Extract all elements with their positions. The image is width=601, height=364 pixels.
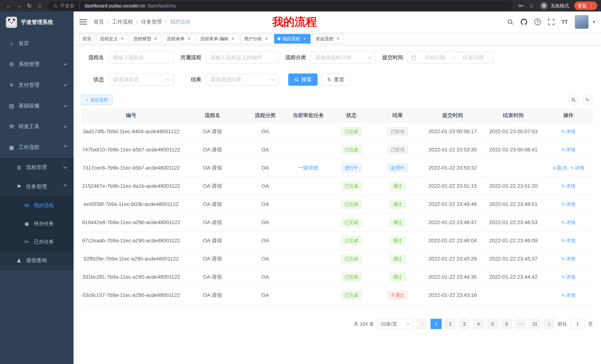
detail-link[interactable]: ✎详情	[561, 147, 576, 153]
cell-submit-time: 2022-01-22 23:51:15	[422, 177, 483, 195]
breadcrumb-item[interactable]: 任务管理	[141, 18, 162, 25]
page-size-select[interactable]: 10条/页	[377, 319, 413, 329]
sidebar-item-my-process[interactable]: ✉我的流程	[0, 196, 74, 214]
hamburger-icon[interactable]	[80, 19, 87, 25]
sidebar-item-done-tasks[interactable]: ✂已办任务	[0, 233, 74, 251]
result-select[interactable]: 请选择流结果	[206, 74, 279, 86]
search-button[interactable]: 搜索	[288, 74, 318, 86]
tab-item[interactable]: 流程表单×	[163, 34, 195, 44]
cell-status: 已完成	[330, 141, 373, 159]
logo[interactable]: 芋道管理系统	[0, 11, 74, 33]
cancel-link[interactable]: ⊘取消	[552, 165, 567, 171]
detail-link[interactable]: ✎详情	[570, 165, 584, 171]
tasks-icon: ⚑	[15, 183, 23, 190]
reload-button[interactable]: ↻	[25, 1, 34, 10]
close-icon[interactable]: ×	[153, 36, 158, 41]
sidebar-item-label: 首页	[19, 40, 29, 47]
password-key-icon[interactable]	[516, 1, 526, 10]
tab-item[interactable]: 发起流程×	[312, 34, 344, 44]
cell-end-time: 2022-01-23 00:08:41	[483, 141, 544, 159]
page-ellipsis[interactable]: ···	[515, 319, 526, 329]
status-select[interactable]: 请选择状态	[109, 74, 174, 86]
refresh-table-button[interactable]: ↻	[582, 95, 593, 105]
bookmark-star-icon[interactable]: ☆	[527, 1, 536, 10]
breadcrumb-item[interactable]: 首页	[94, 18, 104, 25]
prev-page-button[interactable]: ‹	[416, 319, 428, 329]
forward-button[interactable]: →	[14, 1, 24, 10]
create-process-button[interactable]: + 发起流程	[81, 95, 112, 105]
page-button[interactable]: 3	[459, 319, 470, 329]
close-icon[interactable]: ×	[335, 36, 341, 41]
cell-category: OA	[244, 123, 287, 141]
sidebar-item-workflow[interactable]: ▣工作流程	[0, 137, 74, 158]
goto-page-input[interactable]	[570, 319, 585, 329]
address-bar[interactable]: ⚠ 不安全 dashboard.yudao.iocoder.cn/bpm/tas…	[48, 1, 513, 10]
cell-category: OA	[244, 177, 287, 195]
sidebar-item-process-management[interactable]: ≣流程管理	[0, 158, 74, 177]
page-button[interactable]: 4	[473, 319, 484, 329]
sidebar-item-system[interactable]: ⚙系统管理	[0, 54, 74, 75]
browser-home-button[interactable]: ⌂	[35, 1, 45, 10]
page-button[interactable]: 6	[501, 319, 512, 329]
sidebar-item-leave-query[interactable]: ♟请假查询	[0, 251, 74, 270]
detail-link[interactable]: ✎详情	[561, 220, 576, 225]
page-button[interactable]: 11	[529, 319, 541, 329]
cell-id: 819442e8-7b9a-11ec-a290-acde48001122	[81, 213, 181, 231]
detail-link[interactable]: ✎详情	[561, 129, 576, 134]
help-icon[interactable]: ?	[534, 19, 541, 25]
tab-item[interactable]: 我的流程×	[274, 34, 311, 44]
sidebar-item-home[interactable]: ⌂首页	[0, 33, 74, 54]
detail-link[interactable]: ✎详情	[561, 274, 576, 280]
page-button[interactable]: 1	[431, 319, 442, 329]
detail-link[interactable]: ✎详情	[561, 238, 576, 243]
toggle-search-button[interactable]	[568, 95, 579, 105]
detail-link[interactable]: ✎详情	[561, 201, 576, 207]
process-name-input[interactable]: 请输入流程名	[109, 52, 174, 63]
current-task-link[interactable]: 一级审批	[298, 165, 319, 171]
chevron-up-icon	[63, 145, 67, 149]
close-icon[interactable]: ×	[230, 36, 235, 41]
sidebar-item-payment[interactable]: ¥支付管理	[0, 75, 74, 95]
reset-button[interactable]: ↻ 重置	[321, 74, 350, 86]
tab-item[interactable]: 流程定义×	[97, 34, 128, 44]
category-select[interactable]: 请选择流程分类	[311, 52, 376, 63]
github-icon[interactable]	[521, 19, 527, 25]
avatar[interactable]	[575, 15, 589, 29]
close-icon[interactable]: ×	[186, 36, 192, 41]
close-icon[interactable]: ×	[264, 36, 269, 41]
table-row: 819442e8-7b9a-11ec-a290-acde48001122OA 请…	[81, 213, 593, 231]
next-page-button[interactable]: ›	[543, 319, 555, 329]
fullscreen-icon[interactable]	[548, 19, 554, 25]
sidebar-item-task-management[interactable]: ⚑任务管理	[0, 177, 74, 196]
menu-kebab-icon[interactable]: ⋮	[589, 3, 594, 9]
submit-time-range-picker[interactable]: 开始日期 - 结束日期	[408, 52, 494, 63]
sidebar-item-devtools[interactable]: ⚒研发工具	[0, 116, 74, 137]
sidebar-item-todo-tasks[interactable]: ◉待办任务	[0, 214, 74, 233]
page-button[interactable]: 5	[487, 319, 498, 329]
font-size-icon[interactable]: TT	[561, 19, 568, 25]
sidebar-item-label: 任务管理	[26, 183, 47, 190]
update-button[interactable]: 更新 ⋮	[574, 1, 597, 10]
page-button[interactable]: 2	[445, 319, 456, 329]
detail-link[interactable]: ✎详情	[561, 292, 576, 298]
close-icon[interactable]: ×	[120, 36, 125, 41]
sidebar-item-label: 支付管理	[19, 81, 39, 88]
tab-item[interactable]: 流程表单-编辑×	[197, 34, 239, 44]
active-dot-icon	[278, 37, 280, 40]
detail-link[interactable]: ✎详情	[561, 256, 576, 262]
sidebar-item-label: 我的流程	[34, 202, 54, 209]
chevron-down-icon[interactable]: ▾	[593, 19, 595, 25]
content: 流程名 请输入流程名 所属流程 请输入流程定义的编号 流程分类 请选择流程分类	[74, 45, 601, 364]
sidebar-item-infrastructure[interactable]: ▤基础设施	[0, 95, 74, 116]
process-definition-input[interactable]: 请输入流程定义的编号	[206, 52, 279, 63]
detail-link[interactable]: ✎详情	[561, 183, 576, 189]
tab-item[interactable]: 首页	[79, 34, 95, 44]
search-icon[interactable]	[507, 19, 513, 25]
tab-item[interactable]: 流程模型×	[130, 34, 161, 44]
tab-label: 我的流程	[282, 36, 300, 42]
tab-item[interactable]: 用户分组×	[241, 34, 272, 44]
back-button[interactable]: ←	[4, 1, 13, 10]
filter-category: 流程分类 请选择流程分类	[285, 52, 376, 63]
breadcrumb-item[interactable]: 工作流程	[112, 18, 133, 25]
close-icon[interactable]: ×	[302, 36, 307, 41]
